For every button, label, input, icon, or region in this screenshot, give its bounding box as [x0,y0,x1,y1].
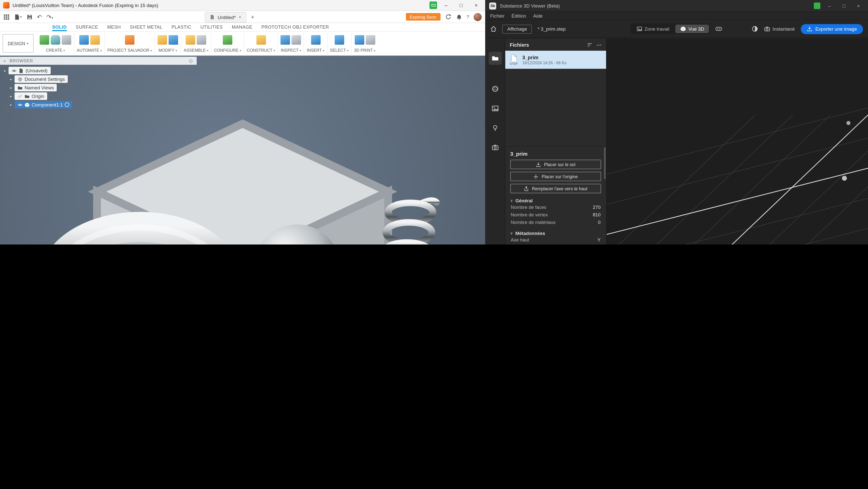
browser-target-icon[interactable]: ⊙ [189,58,193,63]
spring-body[interactable] [382,201,436,244]
sync-status-icon[interactable] [445,13,451,20]
snapshot-button[interactable]: Instantané [764,26,795,32]
replace-up-axis-button[interactable]: Remplacer l'axe vers le haut [510,184,601,193]
menu-edition[interactable]: Édition [512,13,526,19]
gizmo-handle-dot[interactable] [842,176,847,181]
rigid-group-icon[interactable] [197,35,206,45]
mode-workzone-button[interactable]: Zone travail [631,25,674,33]
document-tab[interactable]: Untitled* × [205,12,246,22]
viewer-window: Sb Substance 3D Viewer (Beta) – □ × Fich… [485,0,868,244]
expander-icon[interactable]: ▸ [9,94,13,98]
browser-panel-header[interactable]: « BROWSER ⊙ [0,57,197,65]
browser-item-unsaved[interactable]: ▸ (Unsaved) [3,67,72,74]
expander-icon[interactable]: ▸ [9,77,13,81]
visibility-eye-off-icon[interactable] [18,94,23,99]
expander-icon[interactable]: ▸ [3,68,7,73]
component-activate-radio[interactable] [65,103,69,107]
compare-contrast-icon[interactable] [751,26,758,32]
insert-icon[interactable] [311,35,320,45]
ribbon-group-modify: MODIFY [155,33,181,54]
gizmo-handle-dot[interactable] [846,121,850,125]
place-at-origin-button[interactable]: Placer sur l'origine [510,172,601,181]
panel-more-icon[interactable]: ⋯ [596,42,601,48]
print-icon[interactable] [354,35,364,45]
ribbon-tab-surface[interactable]: SURFACE [76,25,98,31]
browser-collapse-icon[interactable]: « [3,58,6,63]
maximize-button[interactable]: □ [838,3,849,8]
affichage-button[interactable]: Affichage [502,24,532,33]
automate-icon[interactable] [79,35,89,45]
ribbon-tab-utilities[interactable]: UTILITIES [200,25,223,31]
fusion-viewport[interactable]: « BROWSER ⊙ ▸ (Unsaved) ▸ Document Setti… [0,56,485,244]
app-grid-icon[interactable] [3,14,9,20]
menu-aide[interactable]: Aide [533,13,542,19]
ribbon-group-select: SELECT [328,33,351,54]
browser-item-named-views[interactable]: ▸ Named Views [9,84,72,91]
press-pull-icon[interactable] [158,35,167,45]
general-section-header[interactable]: ∨Général [510,198,601,203]
maximize-button[interactable]: □ [455,0,467,10]
notifications-bell-icon[interactable] [456,14,462,20]
export-image-button[interactable]: Exporter une image [801,24,863,34]
file-menu-button[interactable]: ▾ [14,14,22,20]
metadata-section-header[interactable]: ∨Métadonnées [510,231,601,236]
files-rail-button[interactable] [489,52,501,65]
sort-icon[interactable] [587,42,593,48]
visibility-eye-icon[interactable] [11,68,17,73]
expander-icon[interactable]: ▸ [9,103,13,107]
browser-item-origin[interactable]: ▸ Origin [9,92,72,100]
browser-item-component1[interactable]: ▸ Component1:1 [9,101,72,109]
redo-button[interactable]: ↷▾ [46,13,53,20]
materials-rail-button[interactable] [489,82,501,95]
help-button[interactable]: ? [466,14,469,20]
document-tab[interactable]: * 3_prim.step [537,26,566,32]
background-rail-button[interactable] [489,102,501,115]
plugin-tray-icon[interactable] [814,2,820,9]
visibility-eye-icon[interactable] [18,102,23,107]
section-analysis-icon[interactable] [292,35,301,45]
screenshare-tray-icon[interactable] [430,1,437,9]
mode-3d-button[interactable]: Vue 3D [675,25,709,33]
menu-fichier[interactable]: Fichier [490,13,504,19]
tab-close-icon[interactable]: × [239,15,242,20]
camera-rail-button[interactable] [489,141,501,154]
construction-plane-icon[interactable] [256,35,266,45]
project-salvador-icon[interactable] [125,35,134,45]
new-tab-button[interactable]: + [251,13,254,20]
fillet-icon[interactable] [168,35,178,45]
new-component-icon[interactable] [40,35,49,45]
primitive-icon[interactable] [51,35,60,45]
joint-icon[interactable] [186,35,195,45]
save-icon[interactable] [26,14,32,20]
ribbon-tab-sheet-metal[interactable]: SHEET METAL [130,25,162,31]
form-icon[interactable] [62,35,71,45]
viewer-3d-viewport[interactable]: Souris - 3 boutons▾ Orbite Panoramique D… [607,39,868,244]
user-avatar[interactable] [474,13,482,21]
sketch-icon[interactable] [90,35,100,45]
close-button[interactable]: × [853,3,864,8]
ribbon-tab-prototech[interactable]: PROTOTECH OBJ EXPORTER [261,25,329,31]
expander-icon[interactable]: ▸ [9,86,13,90]
vr-headset-icon[interactable] [715,26,723,32]
minimize-button[interactable]: – [440,0,452,10]
close-button[interactable]: × [470,0,482,10]
lighting-rail-button[interactable] [489,121,501,135]
panel-scrollbar[interactable] [604,147,606,179]
select-icon[interactable] [334,35,344,45]
file-row-3-prim[interactable]: STEP 3_prim 16/12/2024 14:26 - 66 Ko [505,51,606,69]
undo-button[interactable]: ↶ [37,13,42,20]
expiring-soon-badge[interactable]: Expiring Soon [406,13,440,21]
ribbon-tab-plastic[interactable]: PLASTIC [172,25,191,31]
workspace-selector[interactable]: DESIGN▾ [2,34,34,53]
ribbon-tab-solid[interactable]: SOLID [52,25,67,31]
print-utility-icon[interactable] [366,35,375,45]
ribbon-tab-mesh[interactable]: MESH [107,25,121,31]
measure-icon[interactable] [281,35,290,45]
ribbon-tab-manage[interactable]: MANAGE [232,25,252,31]
place-on-floor-button[interactable]: Placer sur le sol [510,160,601,169]
sphere-body[interactable] [254,224,340,244]
configure-icon[interactable] [223,35,232,45]
minimize-button[interactable]: – [824,3,835,8]
browser-item-document-settings[interactable]: ▸ Document Settings [9,75,72,83]
home-icon[interactable] [490,26,497,32]
